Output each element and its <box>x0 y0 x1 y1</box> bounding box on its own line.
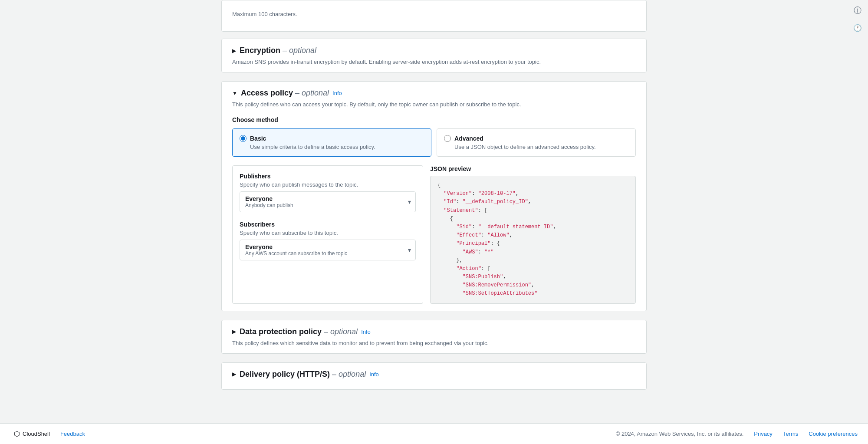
encryption-title: Encryption – optional <box>240 46 316 55</box>
subscribers-select-sub: Any AWS account can subscribe to the top… <box>245 250 400 257</box>
cloudshell-label: CloudShell <box>23 431 50 437</box>
method-basic-label: Basic <box>250 135 266 142</box>
publishers-select-main: Everyone <box>245 195 400 202</box>
publishers-section: Publishers Specify who can publish messa… <box>240 173 416 212</box>
publishers-chevron-icon: ▾ <box>408 198 411 205</box>
json-preview-code: { "Version": "2008-10-17", "Id": "__defa… <box>430 176 636 304</box>
copyright-text: © 2024, Amazon Web Services, Inc. or its… <box>616 431 744 437</box>
data-protection-title: Data protection policy – optional <box>240 327 358 336</box>
policy-content: Publishers Specify who can publish messa… <box>232 165 636 304</box>
access-policy-info-link[interactable]: Info <box>332 90 342 96</box>
info-circle-icon: ⓘ <box>854 5 861 16</box>
data-protection-info-link[interactable]: Info <box>361 329 371 335</box>
method-advanced-label: Advanced <box>454 135 483 142</box>
publishers-subscribers-panel: Publishers Specify who can publish messa… <box>232 165 423 304</box>
clock-icon-button[interactable]: 🕐 <box>851 21 865 35</box>
publishers-select[interactable]: Everyone Anybody can publish ▾ <box>240 191 416 212</box>
method-basic-desc: Use simple criteria to define a basic ac… <box>240 144 424 150</box>
encryption-toggle-arrow[interactable]: ▶ <box>232 48 236 54</box>
right-icons-panel: ⓘ 🕐 <box>847 0 868 38</box>
data-protection-description: This policy defines which sensitive data… <box>232 340 636 346</box>
method-advanced-desc: Use a JSON object to define an advanced … <box>444 144 628 150</box>
access-policy-section: ▼ Access policy – optional Info This pol… <box>221 81 647 311</box>
feedback-link[interactable]: Feedback <box>60 431 85 437</box>
method-option-basic[interactable]: Basic Use simple criteria to define a ba… <box>232 128 431 157</box>
access-policy-toggle-arrow[interactable]: ▼ <box>232 90 237 96</box>
json-preview-title: JSON preview <box>430 165 636 172</box>
subscribers-desc: Specify who can subscribe to this topic. <box>240 230 416 236</box>
footer-right: © 2024, Amazon Web Services, Inc. or its… <box>616 431 858 437</box>
data-protection-toggle-arrow[interactable]: ▶ <box>232 329 236 335</box>
max-chars-note: Maximum 100 characters. <box>232 7 636 24</box>
delivery-policy-info-link[interactable]: Info <box>369 371 379 378</box>
publishers-desc: Specify who can publish messages to the … <box>240 181 416 188</box>
subscribers-section: Subscribers Specify who can subscribe to… <box>240 221 416 260</box>
choose-method-label: Choose method <box>232 116 636 123</box>
delivery-policy-section: ▶ Delivery policy (HTTP/S) – optional In… <box>221 362 647 390</box>
terms-link[interactable]: Terms <box>783 431 798 437</box>
publishers-select-sub: Anybody can publish <box>245 202 400 208</box>
method-options: Basic Use simple criteria to define a ba… <box>232 128 636 157</box>
cloudshell-button[interactable]: ⬡ CloudShell <box>10 428 53 440</box>
data-protection-section: ▶ Data protection policy – optional Info… <box>221 320 647 354</box>
footer-left: ⬡ CloudShell Feedback <box>10 428 85 440</box>
info-icon-button[interactable]: ⓘ <box>851 3 865 17</box>
footer: ⬡ CloudShell Feedback © 2024, Amazon Web… <box>0 423 868 444</box>
method-option-advanced[interactable]: Advanced Use a JSON object to define an … <box>437 128 636 157</box>
privacy-link[interactable]: Privacy <box>754 431 773 437</box>
method-radio-basic[interactable] <box>240 135 247 142</box>
subscribers-chevron-icon: ▾ <box>408 247 411 253</box>
clock-icon: 🕐 <box>853 24 862 32</box>
delivery-policy-toggle-arrow[interactable]: ▶ <box>232 371 236 377</box>
json-preview-panel: JSON preview { "Version": "2008-10-17", … <box>430 165 636 304</box>
encryption-description: Amazon SNS provides in-transit encryptio… <box>232 59 636 65</box>
subscribers-title: Subscribers <box>240 221 416 228</box>
subscribers-select-main: Everyone <box>245 243 400 250</box>
delivery-policy-title: Delivery policy (HTTP/S) – optional <box>240 370 366 379</box>
access-policy-title: Access policy – optional <box>241 89 329 98</box>
cookie-preferences-link[interactable]: Cookie preferences <box>809 431 858 437</box>
encryption-section: ▶ Encryption – optional Amazon SNS provi… <box>221 39 647 72</box>
access-policy-description: This policy defines who can access your … <box>232 101 636 108</box>
publishers-title: Publishers <box>240 173 416 180</box>
terminal-icon: ⬡ <box>14 430 20 438</box>
subscribers-select[interactable]: Everyone Any AWS account can subscribe t… <box>240 240 416 260</box>
method-radio-advanced[interactable] <box>444 135 451 142</box>
